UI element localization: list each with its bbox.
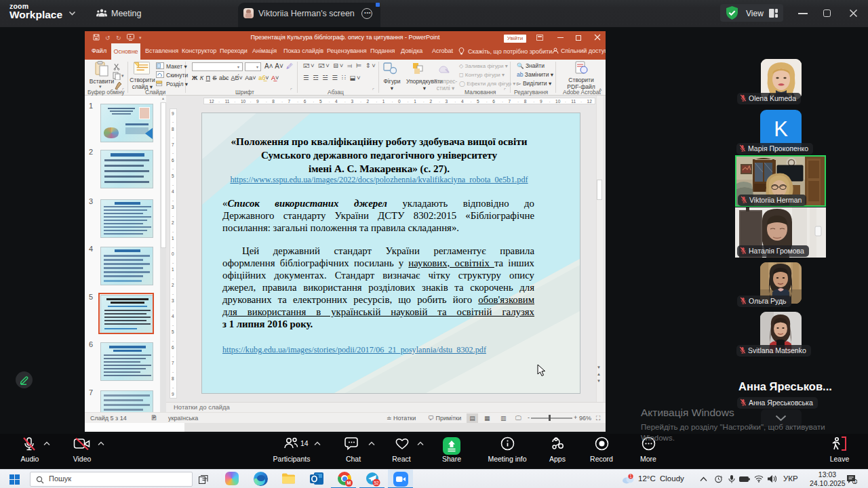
svg-text:1: 1 [854, 479, 856, 484]
svg-text:52: 52 [374, 481, 379, 485]
svg-text:1: 1 [629, 474, 632, 479]
